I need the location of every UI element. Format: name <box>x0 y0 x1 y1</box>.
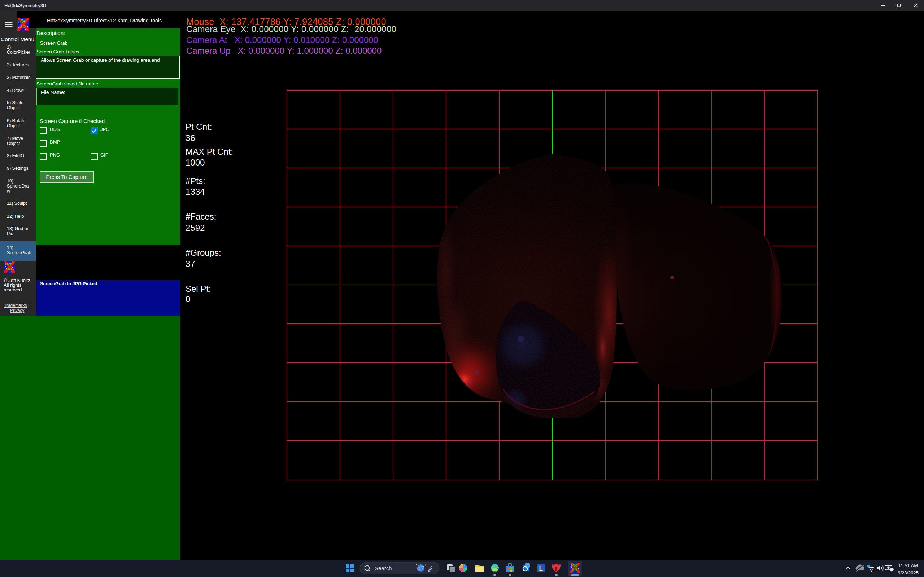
svg-text:3D: 3D <box>6 267 11 271</box>
svg-text:3D: 3D <box>572 567 577 572</box>
svg-text:11:51 AM: 11:51 AM <box>898 563 918 568</box>
svg-text:3D: 3D <box>20 24 26 29</box>
svg-text:Search: Search <box>375 565 392 571</box>
svg-text:Hot: Hot <box>571 563 577 567</box>
svg-text:9/23/2025: 9/23/2025 <box>898 570 919 575</box>
svg-text:Hot: Hot <box>5 262 12 266</box>
svg-text:L: L <box>539 565 543 572</box>
